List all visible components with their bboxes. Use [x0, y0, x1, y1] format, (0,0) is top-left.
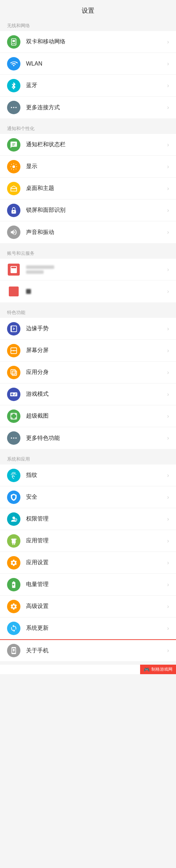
app-manage-item[interactable]: 应用管理 ›	[0, 530, 176, 552]
game-mode-label: 游戏模式	[26, 390, 164, 398]
section-header-system: 系统和应用	[0, 453, 176, 464]
account2-chevron: ›	[167, 288, 169, 295]
account1-item[interactable]: ›	[0, 259, 176, 281]
accounts-group: › ›	[0, 259, 176, 302]
battery-label: 电量管理	[26, 581, 164, 588]
split-screen-label: 屏幕分屏	[26, 347, 164, 354]
features-group: 边缘手势 › 屏幕分屏 › 应用分身 › 游戏模式	[0, 318, 176, 449]
about-icon	[7, 644, 20, 657]
watermark-bar: 🎮 制格游戏网	[0, 665, 176, 674]
app-clone-icon	[7, 366, 20, 379]
advanced-item[interactable]: 高级设置 ›	[0, 596, 176, 617]
about-chevron: ›	[167, 647, 169, 654]
fingerprint-item[interactable]: 指纹 ›	[0, 464, 176, 486]
wlan-item[interactable]: WLAN ›	[0, 53, 176, 75]
app-manage-icon	[7, 534, 20, 548]
svg-rect-11	[14, 189, 15, 190]
sim-label: 双卡和移动网络	[26, 38, 164, 45]
security-chevron: ›	[167, 494, 169, 500]
permissions-label: 权限管理	[26, 515, 164, 523]
lockscreen-chevron: ›	[167, 207, 169, 214]
svg-rect-20	[12, 371, 17, 375]
svg-rect-3	[14, 43, 15, 44]
section-header-personalization: 通知和个性化	[0, 122, 176, 134]
svg-point-23	[13, 437, 14, 439]
permissions-icon	[7, 512, 20, 526]
app-manage-label: 应用管理	[26, 537, 164, 544]
app-clone-chevron: ›	[167, 369, 169, 376]
advanced-chevron: ›	[167, 603, 169, 610]
lockscreen-item[interactable]: 锁屏和面部识别 ›	[0, 199, 176, 221]
notification-label: 通知栏和状态栏	[26, 141, 164, 148]
svg-point-5	[13, 107, 14, 108]
svg-rect-21	[11, 413, 17, 419]
sim-item[interactable]: 双卡和移动网络 ›	[0, 31, 176, 53]
notification-icon	[7, 138, 20, 152]
svg-rect-15	[11, 326, 12, 332]
about-item[interactable]: 关于手机 ›	[0, 639, 176, 661]
security-item[interactable]: 安全 ›	[0, 486, 176, 508]
divider-1	[0, 118, 176, 122]
split-screen-item[interactable]: 屏幕分屏 ›	[0, 340, 176, 362]
battery-icon	[7, 578, 20, 591]
svg-rect-2	[12, 43, 13, 44]
more-features-item[interactable]: 更多特色功能 ›	[0, 427, 176, 449]
about-label: 关于手机	[26, 647, 164, 654]
account2-item[interactable]: ›	[0, 281, 176, 302]
sim-icon	[7, 35, 20, 49]
watermark: 🎮 制格游戏网	[140, 665, 176, 674]
update-item[interactable]: 系统更新 ›	[0, 617, 176, 639]
bluetooth-chevron: ›	[167, 82, 169, 89]
screenshot-item[interactable]: 超级截图 ›	[0, 405, 176, 427]
sound-label: 声音和振动	[26, 229, 164, 236]
security-label: 安全	[26, 493, 164, 501]
battery-item[interactable]: 电量管理 ›	[0, 574, 176, 596]
display-item[interactable]: 显示 ›	[0, 156, 176, 178]
app-settings-icon	[7, 556, 20, 570]
more-connections-icon	[7, 101, 20, 114]
bluetooth-item[interactable]: 蓝牙 ›	[0, 75, 176, 97]
watermark-icon: 🎮	[144, 667, 150, 672]
notification-item[interactable]: 通知栏和状态栏 ›	[0, 134, 176, 156]
account1-chevron: ›	[167, 266, 169, 273]
screenshot-icon	[7, 410, 20, 423]
svg-point-22	[11, 437, 12, 439]
lockscreen-icon	[7, 204, 20, 217]
section-header-network: 无线和网络	[0, 19, 176, 31]
edge-gesture-chevron: ›	[167, 326, 169, 332]
app-clone-item[interactable]: 应用分身 ›	[0, 362, 176, 383]
app-settings-item[interactable]: 应用设置 ›	[0, 552, 176, 574]
edge-gesture-item[interactable]: 边缘手势 ›	[0, 318, 176, 340]
fingerprint-chevron: ›	[167, 472, 169, 479]
security-icon	[7, 491, 20, 504]
svg-point-27	[13, 649, 15, 651]
svg-point-4	[11, 107, 12, 108]
update-icon	[7, 622, 20, 635]
svg-rect-7	[12, 143, 15, 144]
svg-rect-1	[12, 40, 15, 42]
svg-rect-28	[13, 651, 14, 652]
app-settings-chevron: ›	[167, 560, 169, 566]
personalization-group: 通知栏和状态栏 › 显示 › 桌面和主题 ›	[0, 134, 176, 243]
sound-item[interactable]: 声音和振动 ›	[0, 221, 176, 243]
desktop-item[interactable]: 桌面和主题 ›	[0, 178, 176, 199]
system-group: 指纹 › 安全 › 权限管理 › 应用管理 ›	[0, 464, 176, 661]
divider-2	[0, 243, 176, 247]
desktop-icon	[7, 182, 20, 195]
game-mode-icon	[7, 388, 20, 401]
display-chevron: ›	[167, 164, 169, 170]
section-header-features: 特色功能	[0, 306, 176, 318]
permissions-item[interactable]: 权限管理 ›	[0, 508, 176, 530]
game-mode-item[interactable]: 游戏模式 ›	[0, 383, 176, 405]
fingerprint-icon	[7, 469, 20, 482]
svg-rect-8	[12, 145, 14, 146]
svg-point-9	[12, 165, 15, 168]
screenshot-label: 超级截图	[26, 412, 164, 420]
svg-point-24	[15, 437, 17, 439]
more-connections-item[interactable]: 更多连接方式 ›	[0, 97, 176, 118]
sound-icon	[7, 226, 20, 239]
bluetooth-label: 蓝牙	[26, 82, 164, 89]
wlan-icon	[7, 57, 20, 70]
watermark-text: 制格游戏网	[151, 666, 172, 672]
more-features-label: 更多特色功能	[26, 435, 164, 442]
